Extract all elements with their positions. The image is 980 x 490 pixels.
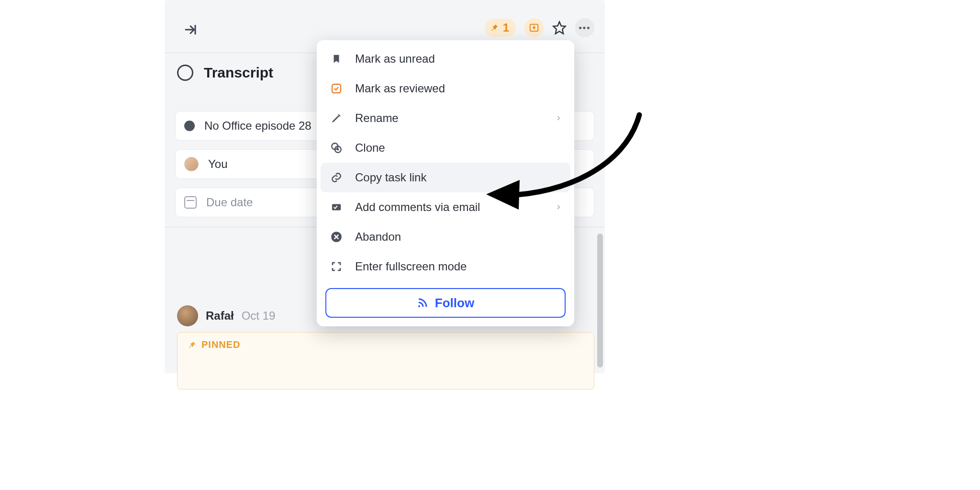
menu-label: Copy task link xyxy=(355,171,426,184)
bookmark-icon xyxy=(329,52,344,66)
clone-icon xyxy=(329,141,344,155)
pinned-count-pill[interactable]: 1 xyxy=(485,19,516,37)
email-check-icon xyxy=(329,200,344,214)
scrollbar[interactable] xyxy=(597,234,603,368)
pin-icon xyxy=(490,23,499,33)
menu-label: Mark as unread xyxy=(355,52,435,66)
more-options-button[interactable]: ••• xyxy=(575,18,594,37)
menu-item-email-comments[interactable]: Add comments via email xyxy=(321,192,570,222)
pin-count: 1 xyxy=(503,21,509,34)
menu-label: Enter fullscreen mode xyxy=(355,260,467,273)
task-title[interactable]: Transcript xyxy=(204,65,273,81)
rss-icon xyxy=(417,297,428,309)
chevron-right-icon xyxy=(555,113,562,123)
collapse-button[interactable] xyxy=(181,20,200,39)
comment-author: Rafał xyxy=(206,309,234,323)
menu-item-mark-reviewed[interactable]: Mark as reviewed xyxy=(321,74,570,103)
menu-item-rename[interactable]: Rename xyxy=(321,103,570,133)
comment-date: Oct 19 xyxy=(242,309,276,323)
star-button[interactable] xyxy=(552,21,567,35)
follow-label: Follow xyxy=(435,296,474,311)
menu-item-fullscreen[interactable]: Enter fullscreen mode xyxy=(321,252,570,281)
calendar-icon xyxy=(184,196,197,209)
task-title-row: Transcript xyxy=(177,65,273,81)
inbox-tray-button[interactable] xyxy=(524,18,544,37)
assignee-name: You xyxy=(208,157,228,171)
link-icon xyxy=(329,170,344,185)
chevron-right-icon xyxy=(555,202,562,212)
pencil-icon xyxy=(329,111,344,125)
menu-item-copy-link[interactable]: Copy task link xyxy=(321,163,570,192)
comment-header: Rafał Oct 19 xyxy=(177,305,275,326)
project-dot-icon xyxy=(184,121,195,131)
fullscreen-icon xyxy=(329,259,344,274)
menu-label: Mark as reviewed xyxy=(355,82,445,95)
menu-label: Add comments via email xyxy=(355,200,480,214)
close-circle-icon xyxy=(329,230,344,244)
assignee-avatar xyxy=(184,157,199,171)
comment-author-avatar[interactable] xyxy=(177,305,198,326)
menu-item-clone[interactable]: Clone xyxy=(321,133,570,163)
svg-point-7 xyxy=(418,305,420,307)
pin-icon xyxy=(187,340,197,350)
pinned-label: PINNED xyxy=(201,339,241,350)
project-name: No Office episode 28 xyxy=(204,119,312,133)
menu-label: Abandon xyxy=(355,230,401,244)
check-box-icon xyxy=(329,81,344,96)
pinned-comment-card[interactable]: PINNED xyxy=(177,332,594,390)
task-options-menu: Mark as unread Mark as reviewed Rename C… xyxy=(317,40,574,326)
due-date-label: Due date xyxy=(206,196,253,209)
menu-item-abandon[interactable]: Abandon xyxy=(321,222,570,252)
svg-marker-1 xyxy=(554,22,566,34)
follow-button[interactable]: Follow xyxy=(325,288,566,318)
status-circle-icon[interactable] xyxy=(177,65,193,81)
menu-label: Clone xyxy=(355,141,385,155)
menu-label: Rename xyxy=(355,111,399,125)
menu-item-mark-unread[interactable]: Mark as unread xyxy=(321,44,570,74)
